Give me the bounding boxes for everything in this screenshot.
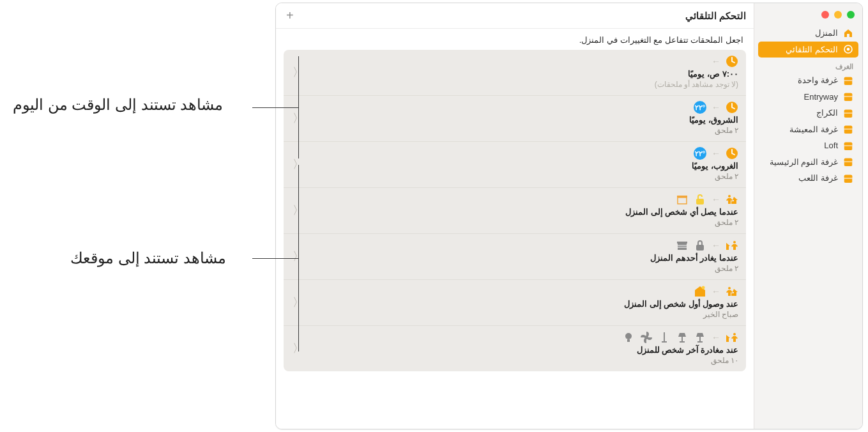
room-icon	[843, 141, 853, 151]
main-pane: التحكم التلقائي + اجعل الملحقات تتفاعل م…	[276, 3, 754, 429]
automation-row[interactable]: ←°٢٢ الغروب، يوميًا ٢ ملحق 〈	[284, 142, 746, 188]
clock-icon	[726, 55, 738, 68]
arrow-icon: ←	[712, 332, 720, 343]
sidebar: المنزل التحكم التلقائي الغرف غرفة واحدةE…	[754, 3, 862, 429]
sidebar-label-automation: التحكم التلقائي	[786, 43, 838, 56]
automation-title: عند وصول أول شخص إلى المنزل	[305, 299, 738, 309]
person-arrive-icon	[726, 193, 738, 206]
unlock-icon	[694, 193, 706, 206]
sidebar-item-room[interactable]: الكراج	[754, 105, 862, 121]
automation-meta: ٢ ملحق	[305, 126, 738, 135]
room-icon	[843, 91, 853, 102]
automation-title: عندما يغادر أحدهم المنزل	[305, 253, 738, 263]
lamp-icon	[676, 331, 689, 344]
automation-row[interactable]: ←°٢٢ الشروق، يوميًا ٢ ملحق 〈	[284, 96, 746, 142]
automation-row[interactable]: ← عند وصول أول شخص إلى المنزل صباح الخير…	[284, 280, 746, 326]
fullscreen-icon[interactable]	[847, 11, 855, 19]
window-controls	[754, 8, 862, 25]
automation-meta: ٢ ملحق	[305, 218, 738, 227]
arrow-icon: ←	[712, 56, 720, 66]
sidebar-item-room[interactable]: غرفة اللعب	[754, 170, 862, 187]
arrow-icon: ←	[712, 148, 720, 158]
arrow-icon: ←	[712, 240, 720, 251]
room-icon	[843, 108, 853, 118]
room-icon	[843, 124, 853, 134]
callout-location: مشاهد تستند إلى موقعك	[70, 249, 226, 267]
clock-icon	[726, 101, 738, 114]
automation-row[interactable]: ← ٧:٠٠ ص، يوميًا (لا توجد مشاهد أو ملحقا…	[284, 50, 746, 96]
automation-row[interactable]: ← عندما يصل أي شخص إلى المنزل ٢ ملحق 〈	[284, 188, 746, 234]
sidebar-room-label: الكراج	[816, 107, 838, 120]
automation-title: ٧:٠٠ ص، يوميًا	[305, 69, 738, 79]
lock-icon	[694, 239, 706, 252]
sidebar-item-room[interactable]: غرفة المعيشة	[754, 121, 862, 138]
minimize-icon[interactable]	[834, 11, 842, 19]
arrow-icon: ←	[712, 102, 720, 112]
room-icon	[843, 157, 853, 167]
sidebar-rooms-header: الغرف	[754, 58, 862, 72]
sidebar-item-room[interactable]: غرفة واحدة	[754, 72, 862, 89]
bracket-location	[298, 165, 299, 351]
bulb-icon	[622, 331, 635, 344]
automation-meta: ٢ ملحق	[305, 172, 738, 181]
automation-row[interactable]: ← عند مغادرة آخر شخص للمنزل ١٠ ملحق 〈	[284, 326, 746, 371]
garage-closed-icon	[676, 239, 689, 252]
person-leave-icon	[726, 331, 738, 344]
sidebar-item-automation[interactable]: التحكم التلقائي	[758, 42, 858, 58]
automation-meta: ٢ ملحق	[305, 264, 738, 273]
arrow-icon: ←	[712, 286, 720, 297]
page-title: التحكم التلقائي	[685, 10, 746, 22]
home-icon	[843, 28, 853, 38]
sidebar-item-home[interactable]: المنزل	[754, 25, 862, 42]
arrow-icon: ←	[712, 194, 720, 204]
bracket-time	[298, 56, 299, 158]
sidebar-room-label: غرفة واحدة	[798, 74, 838, 87]
sidebar-label-home: المنزل	[815, 27, 838, 40]
sidebar-room-label: Entryway	[804, 91, 838, 104]
automation-title: الشروق، يوميًا	[305, 115, 738, 125]
callout-time: مشاهد تستند إلى الوقت من اليوم	[13, 96, 223, 114]
clock-icon	[726, 147, 738, 160]
fan-icon	[640, 331, 653, 344]
stick-icon	[658, 331, 671, 344]
temp-icon: °٢٢	[694, 147, 706, 160]
sidebar-room-label: غرفة المعيشة	[789, 123, 838, 136]
automation-title: عندما يصل أي شخص إلى المنزل	[305, 207, 738, 217]
room-icon	[843, 173, 853, 183]
sidebar-room-label: Loft	[824, 139, 838, 152]
lamp-icon	[694, 331, 706, 344]
sidebar-room-label: غرفة النوم الرئيسية	[770, 156, 838, 169]
room-icon	[843, 75, 853, 86]
garage-open-icon	[676, 193, 689, 206]
sidebar-item-room[interactable]: غرفة النوم الرئيسية	[754, 154, 862, 171]
temp-icon: °٢٢	[694, 101, 706, 114]
automation-meta: صباح الخير	[305, 310, 738, 319]
sidebar-room-label: غرفة اللعب	[798, 172, 838, 185]
app-window: المنزل التحكم التلقائي الغرف غرفة واحدةE…	[275, 3, 863, 429]
titlebar: التحكم التلقائي +	[276, 3, 754, 29]
add-button[interactable]: +	[284, 8, 296, 23]
automation-meta: (لا توجد مشاهد أو ملحقات)	[305, 80, 738, 89]
lead-location	[252, 258, 298, 259]
automation-title: الغروب، يوميًا	[305, 161, 738, 171]
person-leave-icon	[726, 239, 738, 252]
lead-time	[252, 107, 298, 108]
svg-point-1	[847, 48, 850, 51]
close-icon[interactable]	[821, 11, 829, 19]
automation-title: عند مغادرة آخر شخص للمنزل	[305, 345, 738, 355]
automation-list: ← ٧:٠٠ ص، يوميًا (لا توجد مشاهد أو ملحقا…	[284, 50, 746, 371]
sidebar-item-room[interactable]: Entryway	[754, 89, 862, 105]
person-arrive-icon	[726, 285, 738, 298]
page-subtitle: اجعل الملحقات تتفاعل مع التغييرات في الم…	[276, 29, 754, 50]
automation-row[interactable]: ← عندما يغادر أحدهم المنزل ٢ ملحق 〈	[284, 234, 746, 280]
automation-meta: ١٠ ملحق	[305, 356, 738, 365]
automation-icon	[843, 44, 853, 54]
scene-home-icon	[694, 285, 706, 298]
sidebar-item-room[interactable]: Loft	[754, 137, 862, 154]
